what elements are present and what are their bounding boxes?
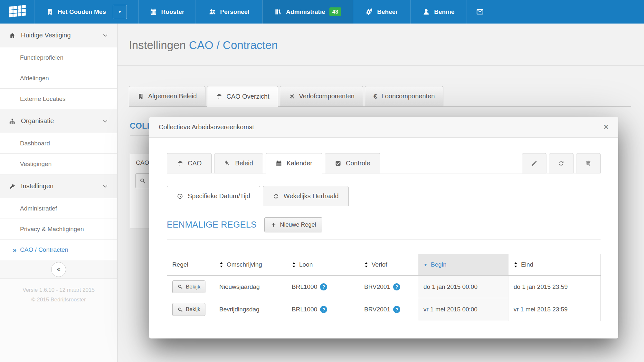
item-label: Vestigingen [20,161,52,168]
euro-icon: € [374,93,377,100]
verlof-code: BRV2001 [364,306,390,313]
sidebar-item-dashboard[interactable]: Dashboard [0,133,117,154]
nav-item-user-bennie[interactable]: Bennie [410,0,467,24]
header-label: Omschrijving [227,261,262,268]
tab-looncomponenten[interactable]: € Looncomponenten [365,86,443,106]
sitemap-icon [9,118,15,124]
sort-icon [514,262,518,268]
modal-tab-kalender[interactable]: Kalender [266,153,322,173]
nav-label: Rooster [161,8,185,15]
sort-icon [364,262,368,268]
new-rule-button[interactable]: Nieuwe Regel [264,217,322,232]
modal-tab-actions [522,153,601,173]
section-divider [167,239,601,240]
sidebar-item-cao-contracten[interactable]: » CAO / Contracten [0,240,117,260]
nav-label: Bennie [434,8,454,15]
modal-tab-cao[interactable]: CAO [167,153,212,173]
question-circle-icon[interactable]: ? [393,283,400,290]
sidebar-collapse-button[interactable]: « [51,262,66,277]
table-row: Bekijk Nieuwsjaardag BRL1000 ? BRV2001 [167,276,601,298]
sidebar-group-organisatie[interactable]: Organisatie [0,109,117,133]
column-header-eind[interactable]: Eind [508,254,601,276]
column-header-loon[interactable]: Loon [287,254,359,276]
verlof-code: BRV2001 [364,283,390,290]
subtab-wekelijks-herhaald[interactable]: Wekelijks Herhaald [263,186,349,206]
chevron-down-icon [102,33,108,38]
sidebar-item-externe-locaties[interactable]: Externe Locaties [0,89,117,109]
header-label: Verlof [372,261,387,268]
modal-header: Collectieve Arbeidsovereenkomst × [149,117,618,138]
delete-button[interactable] [576,153,601,173]
nav-company-selector[interactable]: Het Gouden Mes ▼ [34,0,138,24]
cell-regel: Bekijk [167,298,214,321]
tab-algemeen-beleid[interactable]: Algemeen Beleid [129,86,205,106]
app-logo[interactable] [0,0,34,24]
version-text: Versie 1.6.10 - 12 maart 2015 [0,285,117,295]
sidebar-item-privacy-machtigingen[interactable]: Privacy & Machtigingen [0,219,117,240]
search-icon [177,284,183,289]
question-circle-icon[interactable]: ? [320,283,327,290]
column-header-regel: Regel [167,254,214,276]
subtab-specifieke-datum-tijd[interactable]: Specifieke Datum/Tijd [167,186,260,206]
sort-desc-icon: ▼ [423,263,428,267]
tab-label: CAO Overzicht [226,93,269,100]
item-label: Dashboard [20,140,50,147]
button-label: Nieuwe Regel [280,221,316,228]
item-label: Functieprofielen [20,54,63,61]
cell-omschrijving: Bevrijdingsdag [214,298,287,321]
item-label: CAO / Contracten [20,246,68,253]
search-icon [139,178,146,184]
question-circle-icon[interactable]: ? [320,306,327,313]
sidebar-item-administratief[interactable]: Administratief [0,198,117,219]
sidebar-group-huidige-vestiging[interactable]: Huidige Vestiging [0,24,117,47]
cell-eind: do 1 jan 2015 23:59 [508,276,601,298]
sidebar-item-vestigingen[interactable]: Vestigingen [0,154,117,174]
tab-cao-overzicht[interactable]: CAO Overzicht [207,86,278,107]
company-name: Het Gouden Mes [58,8,106,15]
column-header-begin-sorted[interactable]: ▼ Begin [418,254,508,276]
column-header-verlof[interactable]: Verlof [359,254,418,276]
column-header-omschrijving[interactable]: Omschrijving [214,254,287,276]
tab-label: Specifieke Datum/Tijd [188,192,250,200]
question-circle-icon[interactable]: ? [393,306,400,313]
nav-label: Administratie [286,8,325,15]
modal-tab-controle[interactable]: Controle [325,153,380,173]
sidebar-item-functieprofielen[interactable]: Functieprofielen [0,47,117,68]
company-dropdown-button[interactable]: ▼ [113,5,127,19]
cao-modal: Collectieve Arbeidsovereenkomst × CAO Be… [149,117,618,338]
angle-double-left-icon: « [57,265,61,273]
chevron-down-icon [102,118,108,124]
angle-double-right-icon: » [13,247,16,253]
refresh-icon [273,193,279,200]
building-icon [137,93,144,100]
home-icon [9,32,15,39]
nav-item-messages[interactable] [467,0,493,24]
table-row: Bekijk Bevrijdingsdag BRL1000 ? BRV2001 [167,298,601,321]
sidebar-group-instellingen[interactable]: Instellingen [0,174,117,198]
group-label: Instellingen [21,182,53,190]
nav-item-personeel[interactable]: Personeel [195,0,262,24]
nav-item-beheer[interactable]: Beheer [353,0,410,24]
notification-badge: 43 [329,7,341,16]
clock-icon [177,193,183,200]
view-rule-button[interactable]: Bekijk [172,280,205,293]
section-title: EENMALIGE REGELS [167,220,257,230]
sidebar-item-afdelingen[interactable]: Afdelingen [0,68,117,89]
loon-code: BRL1000 [292,306,317,313]
nav-item-administratie[interactable]: Administratie 43 [262,0,353,24]
building-icon [46,8,53,15]
close-icon[interactable]: × [603,123,609,132]
page-title-prefix: Instellingen [129,39,186,51]
view-rule-button[interactable]: Bekijk [172,303,205,316]
nav-item-rooster[interactable]: Rooster [138,0,195,24]
edit-button[interactable] [522,153,546,173]
tab-label: Algemeen Beleid [148,93,197,100]
modal-title: Collectieve Arbeidsovereenkomst [159,123,254,131]
modal-tab-beleid[interactable]: Beleid [214,153,263,173]
cell-loon: BRL1000 ? [287,276,359,298]
settings-tabs: Algemeen Beleid CAO Overzicht Verlofcomp… [129,86,443,107]
item-label: Privacy & Machtigingen [20,226,84,233]
refresh-button[interactable] [549,153,573,173]
group-label: Organisatie [21,117,54,125]
tab-verlofcomponenten[interactable]: Verlofcomponenten [280,86,363,106]
